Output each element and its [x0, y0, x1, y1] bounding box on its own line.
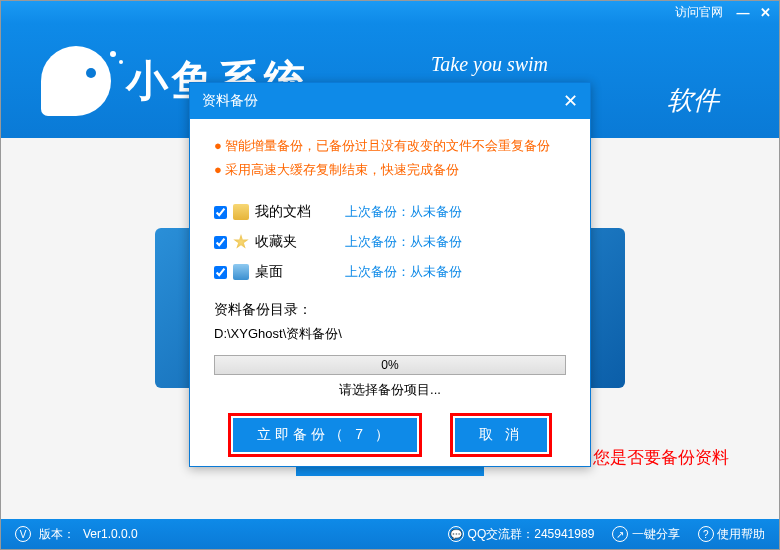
item-row-desktop: 桌面 上次备份：从未备份 — [214, 257, 566, 287]
info-bullet-2: 采用高速大缓存复制结束，快速完成备份 — [214, 161, 566, 179]
qq-label: QQ交流群： — [468, 527, 535, 541]
item-label: 收藏夹 — [255, 233, 345, 251]
share-link[interactable]: ↗ 一键分享 — [612, 526, 679, 543]
share-label: 一键分享 — [632, 527, 680, 541]
checkbox-documents[interactable] — [214, 206, 227, 219]
item-row-favorites: 收藏夹 上次备份：从未备份 — [214, 227, 566, 257]
annotation-text: 您是否要备份资料 — [593, 446, 729, 469]
backup-dir-label: 资料备份目录： — [214, 301, 566, 319]
backup-items: 我的文档 上次备份：从未备份 收藏夹 上次备份：从未备份 桌面 上次备份：从未备… — [214, 197, 566, 287]
highlight-cancel: 取 消 — [450, 413, 552, 457]
monitor-icon — [233, 264, 249, 280]
version-value: Ver1.0.0.0 — [83, 527, 138, 541]
progress-bar: 0% — [214, 355, 566, 375]
titlebar: 访问官网 — ✕ — [1, 1, 779, 23]
backup-dir-path: D:\XYGhost\资料备份\ — [214, 325, 566, 343]
close-button[interactable]: ✕ — [755, 4, 775, 20]
dialog-titlebar: 资料备份 ✕ — [190, 83, 590, 119]
minimize-button[interactable]: — — [733, 4, 753, 20]
footer: V 版本： Ver1.0.0.0 💬 QQ交流群：245941989 ↗ 一键分… — [1, 519, 779, 549]
qq-value: 245941989 — [534, 527, 594, 541]
item-label: 我的文档 — [255, 203, 345, 221]
item-row-documents: 我的文档 上次备份：从未备份 — [214, 197, 566, 227]
item-label: 桌面 — [255, 263, 345, 281]
official-site-link[interactable]: 访问官网 — [675, 4, 723, 21]
item-status[interactable]: 上次备份：从未备份 — [345, 233, 462, 251]
progress-hint: 请选择备份项目... — [214, 381, 566, 399]
fish-logo-icon — [41, 46, 111, 116]
share-icon: ↗ — [612, 526, 628, 542]
folder-icon — [233, 204, 249, 220]
progress-text: 0% — [381, 358, 398, 372]
version-icon: V — [15, 526, 31, 542]
dialog-title-text: 资料备份 — [202, 92, 258, 110]
help-link[interactable]: ? 使用帮助 — [698, 526, 765, 543]
version-label: 版本： — [39, 526, 75, 543]
tagline: Take you swim — [431, 53, 548, 76]
help-label: 使用帮助 — [717, 527, 765, 541]
help-icon: ? — [698, 526, 714, 542]
cancel-button[interactable]: 取 消 — [455, 418, 547, 452]
highlight-backup: 立即备份（ 7 ） — [228, 413, 422, 457]
app-window: 访问官网 — ✕ 小鱼系统 Take you swim 软件 Win vs xp… — [0, 0, 780, 550]
item-status[interactable]: 上次备份：从未备份 — [345, 203, 462, 221]
item-status[interactable]: 上次备份：从未备份 — [345, 263, 462, 281]
info-bullet-1: 智能增量备份，已备份过且没有改变的文件不会重复备份 — [214, 137, 566, 155]
dialog-close-button[interactable]: ✕ — [563, 90, 578, 112]
backup-dialog: 资料备份 ✕ 智能增量备份，已备份过且没有改变的文件不会重复备份 采用高速大缓存… — [189, 82, 591, 467]
tagline2: 软件 — [667, 83, 719, 118]
checkbox-desktop[interactable] — [214, 266, 227, 279]
qq-group[interactable]: 💬 QQ交流群：245941989 — [448, 526, 594, 543]
backup-now-button[interactable]: 立即备份（ 7 ） — [233, 418, 417, 452]
chat-icon: 💬 — [448, 526, 464, 542]
checkbox-favorites[interactable] — [214, 236, 227, 249]
star-icon — [233, 234, 249, 250]
